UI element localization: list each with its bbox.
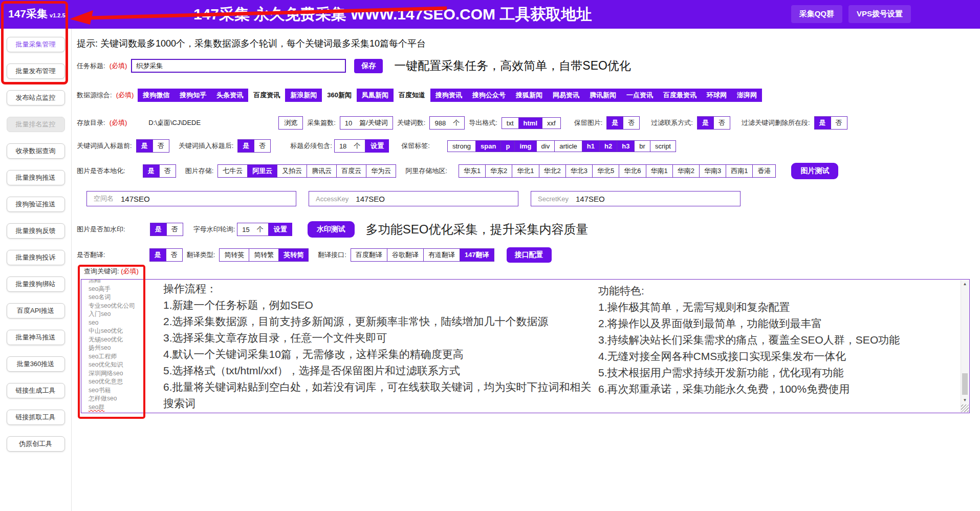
source-chip-yidian-zixun[interactable]: 一点资讯 (621, 89, 658, 102)
api-google[interactable]: 谷歌翻译 (387, 249, 424, 261)
sidebar-item-sogou-verify-push[interactable]: 搜狗验证推送 (7, 197, 65, 212)
title-must-contain-input[interactable]: 18 (339, 142, 346, 150)
region-huanan2[interactable]: 华南2 (673, 165, 700, 177)
api-youdao[interactable]: 有道翻译 (424, 249, 460, 261)
watermark-no[interactable]: 否 (167, 223, 183, 236)
format-html[interactable]: html (519, 118, 542, 129)
tag-h2[interactable]: h2 (600, 141, 617, 152)
format-xxf[interactable]: xxf (542, 118, 560, 129)
tag-br[interactable]: br (635, 141, 650, 152)
secret-key-field[interactable]: SecretKey 147SEO (531, 191, 741, 206)
watermark-test-button[interactable]: 水印测试 (308, 221, 355, 238)
api-baidu[interactable]: 百度翻译 (351, 249, 387, 261)
watermark-set-button[interactable]: 设置 (269, 223, 292, 236)
insert-before-no[interactable]: 否 (153, 140, 169, 152)
source-chip-sohu-news[interactable]: 搜狐新闻 (511, 89, 548, 102)
browse-button[interactable]: 浏览 (278, 116, 303, 130)
source-chip-sina-news[interactable]: 新浪新闻 (285, 89, 322, 102)
translate-yes[interactable]: 是 (150, 249, 166, 261)
storage-tencent[interactable]: 腾讯云 (307, 165, 337, 177)
type-simp-to-trad[interactable]: 简转繁 (249, 249, 279, 261)
sidebar-item-sogou-complaint[interactable]: 批量搜狗投诉 (7, 250, 65, 265)
region-huanan3[interactable]: 华南3 (700, 165, 726, 177)
watermark-yes[interactable]: 是 (150, 223, 167, 236)
space-name-field[interactable]: 空间名 147SEO (86, 191, 296, 206)
sidebar-item-pseudo-original-tool[interactable]: 伪原创工具 (7, 436, 65, 452)
filter-paragraph-no[interactable]: 否 (831, 117, 847, 129)
keyword-item[interactable]: 怎样做seo (89, 394, 155, 403)
storage-aliyun[interactable]: 阿里云 (248, 165, 277, 177)
source-chip-163-news[interactable]: 网易资讯 (548, 89, 584, 102)
save-button[interactable]: 保存 (354, 59, 383, 73)
vps-dial-settings-button[interactable]: VPS拨号设置 (848, 5, 911, 23)
storage-baidu[interactable]: 百度云 (337, 165, 366, 177)
tag-p[interactable]: p (501, 141, 515, 152)
region-huadong1[interactable]: 华东1 (459, 165, 486, 177)
tag-strong[interactable]: strong (448, 141, 476, 152)
sidebar-item-sogou-feedback[interactable]: 批量搜狗反馈 (7, 223, 65, 239)
article-count-input[interactable]: 10 (345, 119, 352, 127)
keyword-item[interactable]: seo群 (89, 403, 155, 412)
filter-contact-yes[interactable]: 是 (698, 117, 714, 129)
access-key-field[interactable]: AccessKey 147SEO (309, 191, 518, 206)
keyword-item[interactable]: 无锡seo优化 (89, 335, 155, 344)
title-must-contain-set-button[interactable]: 设置 (365, 139, 389, 153)
tag-h1[interactable]: h1 (582, 141, 600, 152)
scrollbar[interactable]: ▲ ▼ (961, 280, 969, 412)
source-chip-baidu-zui-zixun[interactable]: 百度最资讯 (658, 89, 702, 102)
region-huabei6[interactable]: 华北6 (619, 165, 646, 177)
source-chip-pengpai[interactable]: 澎湃网 (732, 89, 762, 102)
storage-huawei[interactable]: 华为云 (366, 165, 396, 177)
region-huabei1[interactable]: 华北1 (512, 165, 539, 177)
sidebar-item-index-data-query[interactable]: 收录数据查询 (7, 143, 65, 159)
storage-qiniu[interactable]: 七牛云 (218, 165, 248, 177)
source-chip-tencent-news[interactable]: 腾讯新闻 (584, 89, 621, 102)
keyword-item[interactable]: seo高手 (89, 285, 155, 293)
tag-span[interactable]: span (476, 141, 501, 152)
keyword-item[interactable]: seo优化意思 (89, 377, 155, 386)
insert-after-yes[interactable]: 是 (238, 140, 254, 152)
keyword-item[interactable]: 扬州seo (89, 344, 155, 352)
watermark-cycle-input[interactable]: 15 (242, 226, 249, 233)
source-chip-huanqiu[interactable]: 环球网 (702, 89, 732, 102)
sidebar-item-link-generate-tool[interactable]: 链接生成工具 (7, 383, 65, 398)
sidebar-item-sogou-push[interactable]: 批量搜狗推送 (7, 170, 65, 185)
format-txt[interactable]: txt (502, 118, 519, 129)
source-chip-ifeng-news[interactable]: 凤凰新闻 (357, 89, 394, 102)
keyword-item[interactable]: 深圳网络seo (89, 369, 155, 378)
tag-article[interactable]: article (555, 141, 582, 152)
keyword-item[interactable]: seo工程师 (89, 352, 155, 361)
source-chip-sogou-gongzhonghao[interactable]: 搜狗公众号 (467, 89, 511, 102)
sidebar-item-baidu-api-push[interactable]: 百度API推送 (7, 303, 65, 318)
sidebar-item-publish-site-monitor[interactable]: 发布站点监控 (7, 90, 65, 105)
scrollbar-thumb[interactable] (962, 373, 968, 395)
sidebar-item-360-push[interactable]: 批量360推送 (7, 356, 65, 372)
tag-h3[interactable]: h3 (617, 141, 635, 152)
keyword-item[interactable]: seo名词 (89, 293, 155, 302)
api-147[interactable]: 147翻译 (460, 249, 494, 261)
sidebar-item-shenma-push[interactable]: 批量神马推送 (7, 330, 65, 345)
tag-script[interactable]: script (650, 141, 676, 152)
type-cn-to-en[interactable]: 简转英 (220, 249, 249, 261)
keyword-item[interactable]: seo书籍 (89, 386, 155, 395)
task-title-input[interactable] (131, 59, 346, 73)
scroll-down-icon[interactable]: ▼ (961, 396, 969, 404)
insert-before-yes[interactable]: 是 (137, 140, 153, 152)
sidebar-item-sogou-bind-site[interactable]: 批量搜狗绑站 (7, 276, 65, 292)
source-chip-sogou-zhihu[interactable]: 搜狗知乎 (175, 89, 211, 102)
keyword-item[interactable]: seo优化知识 (89, 360, 155, 369)
region-huabei2[interactable]: 华北2 (539, 165, 566, 177)
region-huanan1[interactable]: 华南1 (646, 165, 673, 177)
tag-img[interactable]: img (515, 141, 536, 152)
image-localize-yes[interactable]: 是 (143, 165, 160, 177)
keyword-item[interactable]: 入门seo (89, 310, 155, 318)
filter-contact-no[interactable]: 否 (714, 117, 730, 129)
storage-upyun[interactable]: 又拍云 (277, 165, 307, 177)
scroll-up-icon[interactable]: ▲ (961, 280, 969, 288)
source-chip-baidu-zhidao[interactable]: 百度知道 (394, 89, 430, 102)
keep-image-no[interactable]: 否 (623, 117, 639, 129)
keyword-item[interactable]: 黑帽 (89, 279, 155, 285)
region-hongkong[interactable]: 香港 (753, 165, 775, 177)
source-chip-sogou-wechat[interactable]: 搜狗微信 (138, 89, 175, 102)
qq-group-button[interactable]: 采集QQ群 (791, 5, 842, 23)
